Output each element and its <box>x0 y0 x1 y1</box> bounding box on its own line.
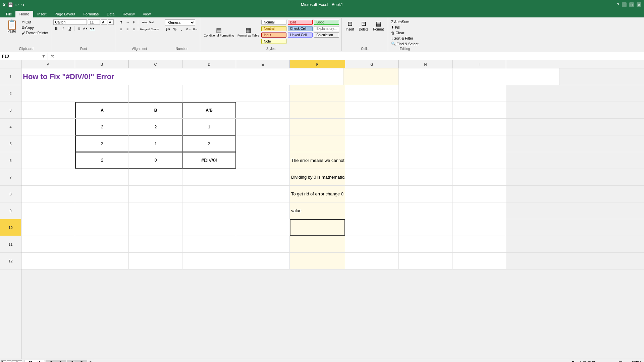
style-neutral[interactable]: Neutral <box>261 26 286 31</box>
cell-F10[interactable] <box>290 219 345 236</box>
cell-A7[interactable] <box>21 169 75 185</box>
cell-G6[interactable] <box>345 152 399 169</box>
currency-button[interactable]: $▼ <box>165 26 171 32</box>
cell-E7[interactable] <box>236 169 290 185</box>
col-header-D[interactable]: D <box>182 60 236 68</box>
cell-E6[interactable] <box>236 152 290 169</box>
tab-file[interactable]: File <box>3 11 15 17</box>
cell-D6[interactable]: #DIV/0! <box>182 152 236 169</box>
name-box-arrow[interactable]: ▼ <box>40 54 47 59</box>
autosum-button[interactable]: Σ AutoSum <box>390 19 410 24</box>
cell-G9[interactable] <box>345 202 399 219</box>
cell-H8[interactable] <box>399 186 452 202</box>
copy-button[interactable]: ⧉ Copy <box>21 25 49 30</box>
align-center-button[interactable]: ≡ <box>124 26 130 32</box>
sort-filter-button[interactable]: ↕ Sort & Filter <box>390 36 414 41</box>
format-button[interactable]: ▤ Format <box>371 19 386 32</box>
maximize-button[interactable]: □ <box>629 2 634 7</box>
align-right-button[interactable]: ≡ <box>131 26 137 32</box>
quick-access-save[interactable]: 💾 <box>8 2 13 7</box>
row-header-10[interactable]: 10 <box>0 219 21 236</box>
cell-A3[interactable] <box>21 102 75 118</box>
zoom-handle[interactable] <box>619 361 622 362</box>
cell-G2[interactable] <box>345 85 399 102</box>
cell-E2[interactable] <box>236 85 290 102</box>
col-header-I[interactable]: I <box>452 60 506 68</box>
cell-C12[interactable] <box>129 253 182 269</box>
cell-I6[interactable] <box>452 152 506 169</box>
percent-button[interactable]: % <box>172 26 178 32</box>
cell-C8[interactable] <box>129 186 182 202</box>
cell-C7[interactable] <box>129 169 182 185</box>
tab-view[interactable]: View <box>139 11 155 17</box>
paste-button[interactable]: 📋 Paste <box>3 19 20 34</box>
tab-data[interactable]: Data <box>103 11 118 17</box>
cell-A10[interactable] <box>21 219 75 236</box>
merge-center-button[interactable]: Merge & Center <box>139 26 159 32</box>
cell-G8[interactable] <box>345 186 399 202</box>
cell-B12[interactable] <box>75 253 129 269</box>
cell-I8[interactable] <box>452 186 506 202</box>
minimize-button[interactable]: ─ <box>622 2 627 7</box>
format-as-table-button[interactable]: ▦ Format as Table <box>236 26 260 38</box>
decrease-decimal-button[interactable]: .0← <box>185 26 191 32</box>
nav-prev-button[interactable]: ◀ <box>7 360 11 362</box>
row-header-4[interactable]: 4 <box>0 119 21 135</box>
cell-G10[interactable] <box>345 219 399 236</box>
cell-D9[interactable] <box>182 202 236 219</box>
delete-button[interactable]: ⊟ Delete <box>357 19 371 32</box>
cell-E11[interactable] <box>236 236 290 252</box>
tab-home[interactable]: Home <box>15 11 33 17</box>
cell-I11[interactable] <box>452 236 506 252</box>
align-left-button[interactable]: ≡ <box>118 26 124 32</box>
cell-H5[interactable] <box>399 135 452 152</box>
wrap-text-button[interactable]: Wrap Text <box>139 19 156 25</box>
insert-button[interactable]: ⊞ Insert <box>344 19 356 32</box>
cell-A12[interactable] <box>21 253 75 269</box>
col-header-E[interactable]: E <box>236 60 290 68</box>
cell-E9[interactable] <box>236 202 290 219</box>
font-color-button[interactable]: A▼ <box>89 26 95 31</box>
cell-D3[interactable]: A/B <box>182 102 236 118</box>
row-header-12[interactable]: 12 <box>0 253 21 269</box>
nav-next-button[interactable]: ▶ <box>12 360 17 362</box>
cell-I12[interactable] <box>452 253 506 269</box>
cell-F11[interactable] <box>290 236 345 252</box>
cell-D2[interactable] <box>182 85 236 102</box>
cell-I1[interactable] <box>506 68 560 85</box>
row-header-8[interactable]: 8 <box>0 186 21 202</box>
cell-B4[interactable]: 2 <box>75 119 129 135</box>
page-layout-button[interactable]: ▦ <box>587 360 591 362</box>
cell-G1[interactable] <box>399 68 452 85</box>
cell-G4[interactable] <box>345 119 399 135</box>
tab-insert[interactable]: Insert <box>33 11 51 17</box>
row-header-9[interactable]: 9 <box>0 202 21 219</box>
cell-I10[interactable] <box>452 219 506 236</box>
cell-F2[interactable] <box>290 85 345 102</box>
align-bottom-button[interactable]: ⬇ <box>131 19 137 25</box>
page-break-button[interactable]: ▧ <box>592 360 595 362</box>
horizontal-scrollbar[interactable] <box>94 359 569 362</box>
cell-G7[interactable] <box>345 169 399 185</box>
cell-D8[interactable] <box>182 186 236 202</box>
cell-C9[interactable] <box>129 202 182 219</box>
find-select-button[interactable]: 🔍 Find & Select <box>390 41 419 46</box>
comma-button[interactable]: , <box>178 26 184 32</box>
cut-button[interactable]: ✂ Cut <box>21 19 49 24</box>
cell-D12[interactable] <box>182 253 236 269</box>
cell-H11[interactable] <box>399 236 452 252</box>
cell-E12[interactable] <box>236 253 290 269</box>
cell-I2[interactable] <box>452 85 506 102</box>
nav-last-button[interactable]: ▶| <box>17 360 22 362</box>
cell-D4[interactable]: 1 <box>182 119 236 135</box>
row-header-5[interactable]: 5 <box>0 135 21 152</box>
cell-F12[interactable] <box>290 253 345 269</box>
style-normal[interactable]: Normal <box>261 20 286 25</box>
cell-B6[interactable]: 2 <box>75 152 129 169</box>
style-good[interactable]: Good <box>314 20 339 25</box>
col-header-B[interactable]: B <box>75 60 129 68</box>
number-format-select[interactable]: General Number Currency Percentage <box>165 19 195 25</box>
cell-A2[interactable] <box>21 85 75 102</box>
cell-A6[interactable] <box>21 152 75 169</box>
cell-B10[interactable] <box>75 219 129 236</box>
